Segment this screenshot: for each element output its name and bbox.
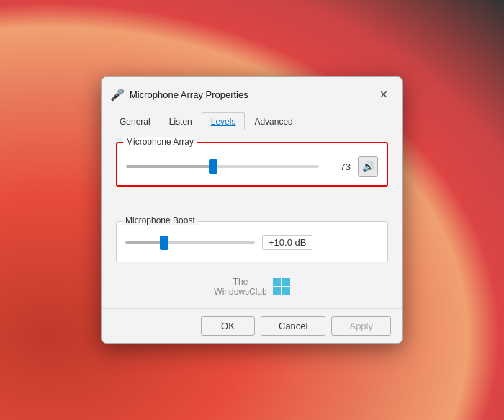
cancel-button[interactable]: Cancel	[261, 316, 325, 336]
microphone-boost-section: Microphone Boost +10.0 dB	[116, 221, 388, 262]
title-bar-left: 🎤 Microphone Array Properties	[110, 88, 248, 102]
microphone-boost-slider-row: +10.0 dB	[125, 235, 379, 250]
tab-general[interactable]: General	[110, 112, 160, 130]
volume-button[interactable]: 🔊	[358, 156, 378, 177]
microphone-boost-slider[interactable]	[125, 241, 255, 244]
svg-rect-3	[282, 287, 290, 295]
microphone-boost-thumb[interactable]	[160, 236, 168, 250]
spacer	[116, 198, 388, 215]
watermark: The WindowsClub	[116, 277, 388, 297]
footer: OK Cancel Apply	[102, 308, 402, 343]
watermark-text: The WindowsClub	[214, 277, 266, 297]
svg-rect-0	[273, 278, 281, 286]
microphone-array-label: Microphone Array	[123, 137, 197, 147]
title-bar: 🎤 Microphone Array Properties ✕	[102, 77, 402, 104]
svg-rect-1	[282, 278, 290, 286]
ok-button[interactable]: OK	[201, 316, 255, 336]
microphone-icon: 🎤	[110, 88, 125, 102]
close-button[interactable]: ✕	[374, 84, 394, 104]
tab-listen[interactable]: Listen	[160, 112, 202, 130]
properties-dialog: 🎤 Microphone Array Properties ✕ General …	[101, 76, 403, 344]
apply-button[interactable]: Apply	[331, 316, 391, 336]
microphone-array-section: Microphone Array 73 🔊	[116, 142, 388, 187]
speaker-icon: 🔊	[362, 161, 374, 172]
tab-advanced[interactable]: Advanced	[245, 112, 302, 130]
microphone-array-slider[interactable]	[126, 165, 319, 168]
microphone-boost-value: +10.0 dB	[262, 235, 312, 250]
svg-rect-2	[273, 287, 281, 295]
microphone-array-thumb[interactable]	[209, 159, 217, 174]
microphone-array-value: 73	[326, 161, 351, 172]
tab-bar: General Listen Levels Advanced	[102, 107, 402, 130]
windowsclub-logo	[273, 278, 290, 295]
microphone-boost-label: Microphone Boost	[122, 215, 198, 225]
microphone-array-slider-row: 73 🔊	[126, 156, 378, 177]
tab-levels[interactable]: Levels	[202, 112, 246, 130]
dialog-title: Microphone Array Properties	[130, 89, 248, 100]
content-area: Microphone Array 73 🔊 Microphone Boost +…	[102, 130, 402, 308]
